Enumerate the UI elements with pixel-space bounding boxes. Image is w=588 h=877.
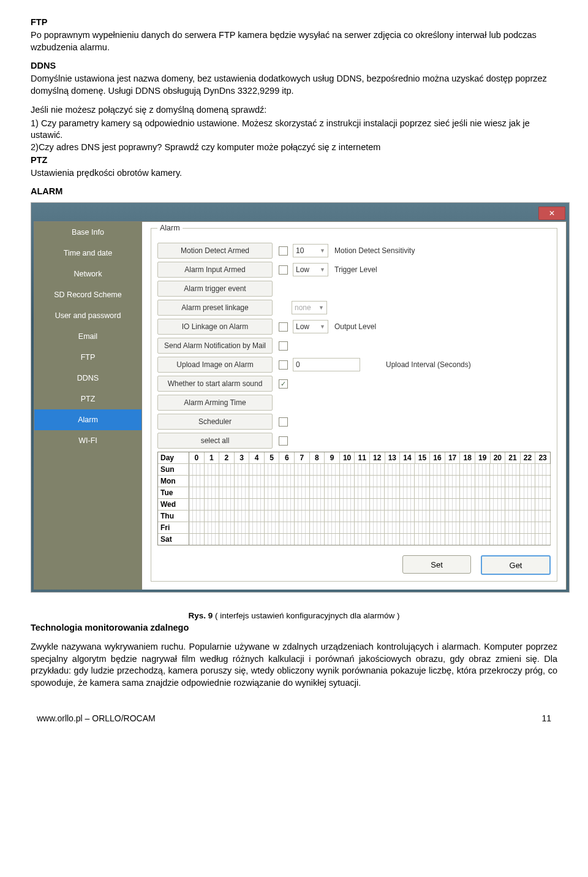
check-icon: ✓ — [281, 380, 286, 388]
fieldset-legend: Alarm — [157, 224, 183, 232]
tech-heading: Technologia monitorowania zdalnego — [31, 623, 557, 632]
checkbox-start-alarm-sound[interactable]: ✓ — [279, 379, 288, 389]
select-motion-detect-sensitivity[interactable]: 10 ▼ — [293, 244, 328, 257]
label-io-linkage-on-alarm: IO Linkage on Alarm — [157, 319, 273, 335]
select-value: none — [295, 303, 311, 312]
schedule-hour-header: 16 — [430, 452, 445, 463]
schedule-day-slots[interactable] — [189, 476, 550, 487]
schedule-hour-header: 1 — [205, 452, 220, 463]
sidebar-item-sd-record-scheme[interactable]: SD Record Scheme — [34, 284, 141, 305]
alarm-heading: ALARM — [31, 186, 557, 196]
sidebar: Base InfoTime and dateNetworkSD Record S… — [34, 222, 142, 590]
schedule-hour-header: 19 — [475, 452, 491, 463]
label-scheduler: Scheduler — [157, 414, 273, 430]
label-upload-image-on-alarm: Upload Image on Alarm — [157, 357, 273, 373]
chevron-down-icon: ▼ — [320, 324, 325, 330]
ptz-heading: PTZ — [31, 155, 557, 165]
sidebar-item-time-and-date[interactable]: Time and date — [34, 243, 141, 264]
ddns-paragraph-2: Jeśli nie możesz połączyć się z domyślną… — [31, 104, 557, 116]
schedule-day-slots[interactable] — [189, 522, 550, 533]
sidebar-item-alarm[interactable]: Alarm — [34, 409, 141, 430]
ddns-list-item-1: 1) Czy parametry kamery są odpowiednio u… — [31, 118, 557, 142]
figure-caption: ( interfejs ustawień konfiguracyjnych dl… — [213, 611, 399, 620]
sidebar-item-ftp[interactable]: FTP — [34, 347, 141, 368]
schedule-hour-header: 17 — [445, 452, 461, 463]
sidebar-item-ptz[interactable]: PTZ — [34, 389, 141, 409]
select-output-level[interactable]: Low ▼ — [293, 320, 328, 333]
input-value: 0 — [296, 360, 300, 369]
schedule-hour-header: 10 — [340, 452, 355, 463]
label-output-level: Output Level — [334, 322, 376, 331]
checkbox-io-linkage-on-alarm[interactable] — [279, 322, 288, 332]
tech-paragraph: Zwykle nazywana wykrywaniem ruchu. Popul… — [31, 641, 557, 689]
sidebar-item-user-and-password[interactable]: User and password — [34, 305, 141, 326]
checkbox-send-alarm-mail[interactable] — [279, 341, 288, 351]
sidebar-item-wi-fi[interactable]: WI-FI — [34, 430, 141, 451]
schedule-day-label: Mon — [158, 476, 189, 487]
label-alarm-trigger-event: Alarm trigger event — [157, 281, 273, 297]
select-trigger-level[interactable]: Low ▼ — [293, 263, 328, 276]
schedule-hour-header: 0 — [189, 452, 205, 463]
schedule-hour-header: 11 — [355, 452, 370, 463]
select-value: Low — [296, 265, 309, 274]
label-send-alarm-mail: Send Alarm Notification by Mail — [157, 338, 273, 354]
checkbox-scheduler[interactable] — [279, 417, 288, 427]
label-upload-interval: Upload Interval (Seconds) — [386, 360, 471, 369]
sidebar-item-ddns[interactable]: DDNS — [34, 368, 141, 389]
checkbox-motion-detect-armed[interactable] — [279, 246, 288, 256]
schedule-table: Day0123456789101112131415161718192021222… — [157, 452, 551, 545]
schedule-hour-header: 2 — [219, 452, 235, 463]
label-alarm-input-armed: Alarm Input Armed — [157, 262, 273, 278]
input-upload-interval[interactable]: 0 — [293, 358, 360, 371]
label-select-all: select all — [157, 433, 273, 449]
ptz-paragraph: Ustawienia prędkości obrotów kamery. — [31, 167, 557, 180]
schedule-day-slots[interactable] — [189, 464, 550, 475]
chevron-down-icon: ▼ — [320, 267, 325, 273]
schedule-hour-header: 9 — [325, 452, 340, 463]
schedule-hour-header: 4 — [249, 452, 265, 463]
label-motion-detect-armed: Motion Detect Armed — [157, 243, 273, 259]
footer-page-number: 11 — [541, 713, 551, 723]
schedule-day-slots[interactable] — [189, 534, 550, 545]
close-icon: ✕ — [549, 209, 555, 218]
checkbox-select-all[interactable] — [279, 436, 288, 446]
label-alarm-preset-linkage: Alarm preset linkage — [157, 300, 273, 316]
ftp-heading: FTP — [31, 17, 557, 27]
footer-left: www.orllo.pl – ORLLO/ROCAM — [37, 713, 156, 723]
schedule-hour-header: 21 — [505, 452, 521, 463]
schedule-hour-header: 6 — [279, 452, 295, 463]
label-alarm-arming-time: Alarm Arming Time — [157, 395, 273, 411]
select-value: 10 — [296, 246, 304, 255]
figure-label: Rys. 9 — [188, 611, 213, 620]
schedule-hour-header: 5 — [265, 452, 280, 463]
sidebar-item-email[interactable]: Email — [34, 326, 141, 347]
get-button[interactable]: Get — [481, 555, 551, 575]
sidebar-item-base-info[interactable]: Base Info — [34, 222, 141, 243]
schedule-day-label: Sat — [158, 534, 189, 545]
schedule-hour-header: 8 — [310, 452, 325, 463]
schedule-hour-header: 15 — [415, 452, 431, 463]
schedule-day-label: Wed — [158, 499, 189, 510]
schedule-hour-header: 23 — [535, 452, 550, 463]
checkbox-upload-image-on-alarm[interactable] — [279, 360, 288, 370]
schedule-hour-header: 13 — [385, 452, 401, 463]
app-window-frame: ✕ Base InfoTime and dateNetworkSD Record… — [31, 202, 570, 593]
select-value: Low — [296, 322, 309, 331]
schedule-day-slots[interactable] — [189, 511, 550, 522]
checkbox-alarm-input-armed[interactable] — [279, 265, 288, 275]
set-button[interactable]: Set — [402, 555, 471, 574]
sidebar-item-network[interactable]: Network — [34, 264, 141, 284]
schedule-day-slots[interactable] — [189, 499, 550, 510]
label-trigger-level: Trigger Level — [334, 265, 377, 274]
window-close-button[interactable]: ✕ — [538, 207, 565, 220]
ftp-paragraph: Po poprawnym wypełnieniu danych do serwe… — [31, 29, 557, 53]
main-panel: Alarm Motion Detect Armed 10 ▼ Motion De… — [142, 222, 566, 590]
schedule-hour-header: 14 — [400, 452, 415, 463]
schedule-day-label: Fri — [158, 522, 189, 533]
ddns-paragraph-1: Domyślnie ustawiona jest nazwa domeny, b… — [31, 73, 557, 97]
ddns-list-item-2: 2)Czy adres DNS jest poprawny? Sprawdź c… — [31, 142, 557, 154]
select-alarm-preset-linkage[interactable]: none ▼ — [292, 301, 327, 314]
chevron-down-icon: ▼ — [320, 248, 325, 254]
label-start-alarm-sound: Whether to start alarm sound — [157, 376, 273, 392]
schedule-day-slots[interactable] — [189, 487, 550, 498]
